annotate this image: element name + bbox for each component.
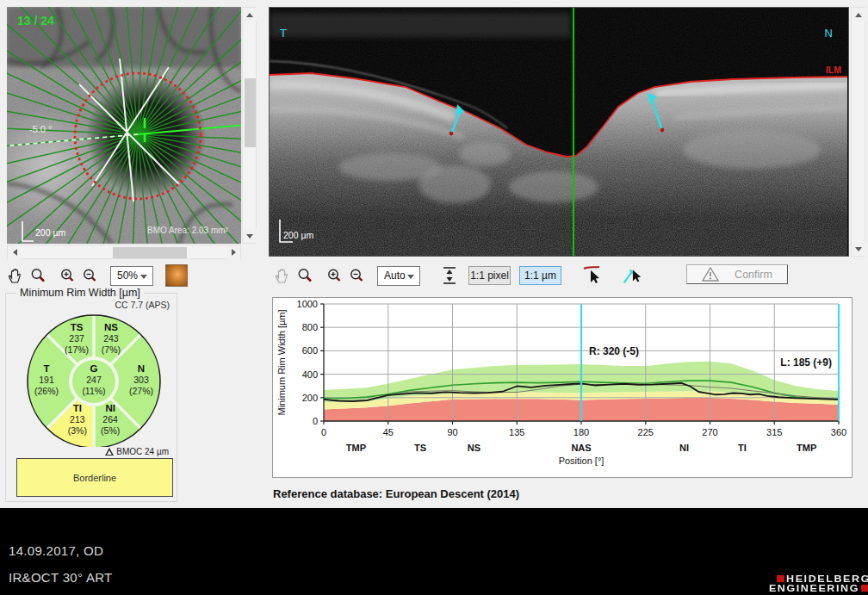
heidelberg-logo: HEIDELBERG ENGINEERING xyxy=(769,574,868,593)
sector-axis-label: NI xyxy=(679,443,689,453)
warning-icon xyxy=(702,267,719,282)
scroll-down-button[interactable] xyxy=(852,242,865,256)
x-tick-label: 180 xyxy=(574,427,589,437)
bmoc-text: BMOC 24 µm xyxy=(116,447,169,456)
scroll-up-button[interactable] xyxy=(852,8,865,22)
oct-scale-value: Auto xyxy=(384,270,406,282)
application-window: { "fundus": { "scan_index": "13 / 24", "… xyxy=(0,0,868,595)
fundus-zoom-value: 50% xyxy=(117,270,138,282)
sector-label: T xyxy=(43,363,49,374)
scroll-left-button[interactable] xyxy=(8,245,22,259)
zoom-out-button[interactable] xyxy=(79,265,100,286)
fundus-vertical-scrollbar[interactable] xyxy=(242,7,257,244)
stretch-vertical-button[interactable] xyxy=(439,265,460,286)
pan-tool-button[interactable] xyxy=(272,265,293,286)
confirm-label: Confirm xyxy=(735,269,772,281)
sector-axis-label: TI xyxy=(738,443,747,453)
sector-percent: (3%) xyxy=(68,425,87,436)
sector-axis-label: TMP xyxy=(797,443,816,453)
y-tick-label: 0 xyxy=(313,416,318,426)
scroll-up-button[interactable] xyxy=(243,8,257,22)
magnifier-tool-button[interactable] xyxy=(28,265,48,286)
y-axis-title: Minimum Rim Width [µm] xyxy=(276,309,287,415)
choroid-blob xyxy=(418,165,491,203)
sector-label: TS xyxy=(71,322,84,332)
y-tick-label: 400 xyxy=(302,369,318,380)
bmoc-triangle-icon xyxy=(105,448,114,456)
one-to-one-pixel-button[interactable]: 1:1 pixel xyxy=(468,266,511,285)
fundus-horizontal-scrollbar[interactable] xyxy=(7,245,241,259)
choroid-blob xyxy=(459,142,511,166)
bmoc-label: BMOC 24 µm xyxy=(105,447,169,456)
sector-percent: (26%) xyxy=(34,386,59,396)
y-tick-label: 200 xyxy=(302,393,318,403)
logo-square-icon xyxy=(861,585,868,592)
sector-value: 303 xyxy=(133,375,149,385)
sector-percent: (7%) xyxy=(102,344,121,355)
sector-percent: (27%) xyxy=(129,386,153,396)
sector-value: 213 xyxy=(70,414,85,425)
magnifier-icon xyxy=(296,267,313,284)
sector-value: 264 xyxy=(102,414,118,425)
scrollbar-thumb[interactable] xyxy=(113,247,187,258)
oct-vertical-scrollbar[interactable] xyxy=(851,7,865,257)
scroll-down-button[interactable] xyxy=(243,229,257,243)
zoom-out-icon xyxy=(348,267,365,284)
oct-scale-select[interactable]: Auto xyxy=(377,266,420,286)
y-tick-label: 1000 xyxy=(297,299,318,309)
down-arrow-icon xyxy=(855,247,862,251)
sector-percent: (5%) xyxy=(101,425,120,436)
sector-axis-label: TS xyxy=(414,443,426,453)
fundus-image-panel[interactable]: 13 / 24 -5.0 ° 200 µm BMO Area: 2.03 mm² xyxy=(7,7,241,244)
sector-value: 243 xyxy=(103,333,119,344)
choroid-blob xyxy=(509,171,598,202)
chevron-down-icon xyxy=(407,275,414,279)
micron-button-label: 1:1 µm xyxy=(524,270,556,282)
sector-value: 237 xyxy=(69,333,84,344)
x-tick-label: 45 xyxy=(383,427,394,437)
up-arrow-icon xyxy=(855,13,862,17)
mrw-sector-groupbox: Minimum Rim Width [µm] CC 7.7 (APS) NS24… xyxy=(5,293,177,502)
one-to-one-micron-button[interactable]: 1:1 µm xyxy=(519,266,561,285)
cursor-mrw-icon xyxy=(622,266,642,285)
confirm-button[interactable]: Confirm xyxy=(686,264,788,284)
mrw-sector-chart[interactable]: NS243(7%)N303(27%)NI264(5%)TI213(3%)T191… xyxy=(6,309,177,447)
hand-icon xyxy=(8,268,24,284)
mrw-profile-chart-panel[interactable]: 0459013518022527031536002004006008001000… xyxy=(272,297,852,478)
ilm-edit-tool-button[interactable] xyxy=(582,265,603,286)
zoom-in-button[interactable] xyxy=(324,265,344,286)
down-arrow-icon xyxy=(246,234,253,239)
scroll-right-button[interactable] xyxy=(226,245,240,259)
mrw-edit-tool-button[interactable] xyxy=(622,265,642,286)
x-axis-title: Position [°] xyxy=(559,456,604,466)
sector-label: NI xyxy=(105,403,115,413)
right-arrow-icon xyxy=(232,249,236,256)
magnifier-tool-button[interactable] xyxy=(294,265,315,286)
scan-type-label: IR&OCT 30° ART xyxy=(9,570,113,585)
vertical-fit-icon xyxy=(442,266,457,285)
fundus-thumbnail-button[interactable] xyxy=(165,264,188,287)
classification-label: Borderline xyxy=(73,473,116,483)
groupbox-title: Minimum Rim Width [µm] xyxy=(16,287,144,299)
oct-bscan-panel[interactable]: T N ILM 200 µm xyxy=(269,7,849,257)
sector-percent: (17%) xyxy=(65,344,89,355)
zoom-in-icon xyxy=(326,267,343,284)
sector-label: TI xyxy=(73,403,82,413)
fundus-image xyxy=(7,7,241,244)
sector-percent: (11%) xyxy=(82,386,105,396)
x-tick-label: 270 xyxy=(702,427,717,437)
footer-bar: 14.09.2017, OD IR&OCT 30° ART HEIDELBERG… xyxy=(0,508,868,595)
choroid-blob xyxy=(683,131,821,169)
zoom-out-button[interactable] xyxy=(346,265,367,286)
pan-tool-button[interactable] xyxy=(5,265,26,286)
chevron-down-icon xyxy=(140,275,147,279)
zoom-in-button[interactable] xyxy=(57,265,78,286)
logo-square-icon xyxy=(777,575,784,582)
sector-axis-label: TMP xyxy=(346,443,366,453)
reference-database-label: Reference database: European Descent (20… xyxy=(273,487,519,500)
exam-date-label: 14.09.2017, OD xyxy=(9,543,103,558)
scrollbar-thumb[interactable] xyxy=(245,78,256,147)
vitreous-band xyxy=(270,13,571,37)
x-tick-label: 135 xyxy=(509,427,524,437)
fundus-zoom-select[interactable]: 50% xyxy=(110,266,153,286)
